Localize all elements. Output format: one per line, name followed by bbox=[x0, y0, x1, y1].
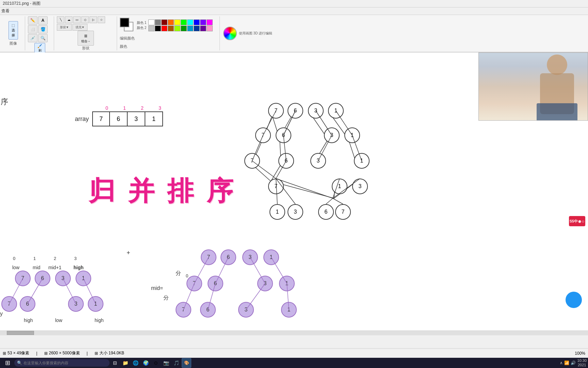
paint-app-button[interactable]: 🎨 bbox=[182, 358, 191, 368]
eyedropper-button[interactable]: 💉 bbox=[28, 34, 37, 42]
palette-yellow[interactable] bbox=[174, 19, 180, 25]
statusbar: ⊞ 53 × 49像素 | ⊞ 2600 × 5000像素 | ⊞ 大小 194… bbox=[0, 348, 588, 358]
status-pixels2: ⊞ 2600 × 5000像素 bbox=[44, 350, 80, 356]
palette-limegreen[interactable] bbox=[181, 19, 187, 25]
select-button[interactable]: ⬚ 选择 bbox=[9, 21, 18, 40]
merge-sort-title: 归 并 排 序 bbox=[88, 173, 236, 209]
network-icon[interactable]: 📶 bbox=[564, 361, 569, 365]
palette-blue[interactable] bbox=[194, 19, 200, 25]
color1-swatch[interactable] bbox=[120, 18, 129, 27]
palette-brown[interactable] bbox=[168, 26, 174, 31]
array-cell-1: 6 bbox=[110, 111, 128, 126]
palette-teal[interactable] bbox=[187, 19, 193, 25]
filesize-icon: ⊞ bbox=[95, 351, 98, 356]
browser-button-1[interactable]: 🌐 bbox=[131, 358, 140, 368]
edit-colors-button[interactable]: 编辑颜色 bbox=[120, 36, 135, 41]
wtree-l1-n2: 3 bbox=[324, 127, 340, 143]
palette-red[interactable] bbox=[161, 26, 167, 31]
palette-cyan[interactable] bbox=[187, 26, 193, 31]
color-palette bbox=[148, 19, 213, 31]
palette-darkred[interactable] bbox=[161, 19, 167, 25]
s5-badge[interactable]: S5中 ◉☺ bbox=[569, 216, 585, 226]
shape-btn-4[interactable]: ◇ bbox=[81, 16, 89, 23]
wtree-l2-n3: 1 bbox=[354, 153, 370, 169]
ptl-l0-n2: 3 bbox=[55, 271, 71, 286]
scrollbar-horizontal[interactable] bbox=[0, 331, 588, 335]
tray-icon-1[interactable]: ∧ bbox=[560, 361, 563, 365]
eraser-button[interactable]: ⬜ bbox=[28, 25, 37, 33]
bl-fen2: 分 bbox=[163, 294, 169, 302]
wtree-l0-n0: 7 bbox=[268, 103, 284, 119]
palette-lime[interactable] bbox=[174, 26, 180, 31]
bl-fen1: 分 bbox=[176, 270, 181, 277]
pencil-button[interactable]: ✏️ bbox=[28, 16, 37, 25]
bl-high-2: high bbox=[24, 318, 33, 323]
shape-btn-5[interactable]: ▷ bbox=[89, 16, 97, 23]
taskbar-search-box[interactable]: 🔍 在这里输入你要搜索的内容 bbox=[14, 359, 110, 367]
s5-icons: ◉☺ bbox=[578, 219, 585, 223]
taskbar-clock[interactable]: 10:30 2021 bbox=[577, 358, 587, 367]
shape-btn-1[interactable]: ╲ bbox=[57, 16, 64, 23]
use3d-label: 使用画图 3D 进行编辑 bbox=[239, 31, 272, 35]
taskbar-time: 10:30 bbox=[577, 358, 587, 363]
palette-orange[interactable] bbox=[168, 19, 174, 25]
palette-black[interactable] bbox=[155, 26, 161, 31]
taskbar: ⊞ 🔍 在这里输入你要搜索的内容 ⊟ 📁 🌐 🌍 ⊙ 📷 🎵 🎨 ∧ 📶 🔊 1… bbox=[0, 358, 588, 368]
palette-gray1[interactable] bbox=[155, 19, 161, 25]
shape-fill[interactable]: 填充▼ bbox=[72, 24, 87, 31]
wtree-l1-n3: 1 bbox=[344, 127, 360, 143]
browser-button-2[interactable]: 🌍 bbox=[141, 358, 150, 368]
app-icon-1[interactable]: 📷 bbox=[161, 358, 171, 368]
magnify-button[interactable]: 🔍 bbox=[38, 34, 48, 42]
ptr-l1-n3: 1 bbox=[279, 276, 295, 291]
array-cell-0: 7 bbox=[92, 111, 110, 126]
palette-purple[interactable] bbox=[200, 26, 206, 31]
shape-more[interactable]: 形状▼ bbox=[57, 24, 72, 31]
bl-low-2: low bbox=[55, 318, 62, 323]
wtree-l1-n1: 6 bbox=[276, 127, 291, 143]
canvas: 序 + 0 1 2 3 array 7 6 3 bbox=[0, 52, 588, 335]
file-explorer-button[interactable]: 📁 bbox=[120, 358, 130, 368]
palette-navy[interactable] bbox=[194, 26, 200, 31]
menu-view[interactable]: 查看 bbox=[1, 8, 10, 14]
text-button[interactable]: A bbox=[38, 16, 48, 25]
group-button[interactable]: ≡ 组合→ bbox=[78, 31, 94, 46]
task-view-button[interactable]: ⊟ bbox=[110, 358, 120, 368]
palette-green[interactable] bbox=[181, 26, 187, 31]
shape-btn-2[interactable]: ☁ bbox=[65, 16, 72, 23]
palette-lightgray[interactable] bbox=[148, 26, 154, 31]
purple-tree-left-lines bbox=[0, 264, 109, 325]
ptr-l1-n0: 7 bbox=[186, 276, 202, 291]
image-section-label: 图像 bbox=[10, 41, 17, 46]
left-char: 序 bbox=[1, 97, 8, 107]
wtree-l5-n0: 1 bbox=[270, 204, 285, 220]
webcam bbox=[478, 52, 588, 121]
toolbar-image-section: ⬚ 选择 图像 bbox=[1, 16, 25, 50]
use3d-button[interactable]: 使用画图 3D 进行编辑 bbox=[239, 31, 272, 36]
title-text: 20210721.png - 画图 bbox=[3, 1, 40, 6]
app-icon-2[interactable]: 🎵 bbox=[172, 358, 181, 368]
palette-pink[interactable] bbox=[207, 26, 213, 31]
array-index-1: 1 bbox=[116, 105, 133, 111]
wtree-l4-n1: 3 bbox=[352, 179, 368, 194]
s5-badge-text: S5中 bbox=[570, 219, 578, 224]
bl-idx-0: 0 bbox=[13, 256, 15, 261]
color2-label: 颜色 2 bbox=[137, 26, 146, 30]
ptl-l1-n2: 3 bbox=[68, 296, 84, 312]
chrome-button[interactable]: ⊙ bbox=[151, 358, 161, 368]
blue-circle-button[interactable] bbox=[566, 292, 582, 308]
edit-colors-label: 编辑颜色 bbox=[120, 36, 135, 40]
color-wheel[interactable] bbox=[223, 27, 237, 40]
taskbar-search-icon: 🔍 bbox=[17, 361, 22, 365]
palette-white[interactable] bbox=[148, 19, 154, 25]
palette-indigo[interactable] bbox=[200, 19, 206, 25]
volume-icon[interactable]: 🔊 bbox=[571, 361, 576, 365]
bucket-button[interactable]: 🪣 bbox=[38, 25, 48, 33]
shape-btn-3[interactable]: ▭ bbox=[73, 16, 81, 23]
crosshair-cursor: + bbox=[127, 249, 130, 257]
ptr-l0-n0: 7 bbox=[201, 249, 216, 265]
wtree-l2-n1: 6 bbox=[278, 153, 294, 169]
start-button[interactable]: ⊞ bbox=[1, 358, 14, 368]
palette-magenta[interactable] bbox=[207, 19, 213, 25]
shape-btn-6[interactable]: ☆ bbox=[98, 16, 105, 23]
